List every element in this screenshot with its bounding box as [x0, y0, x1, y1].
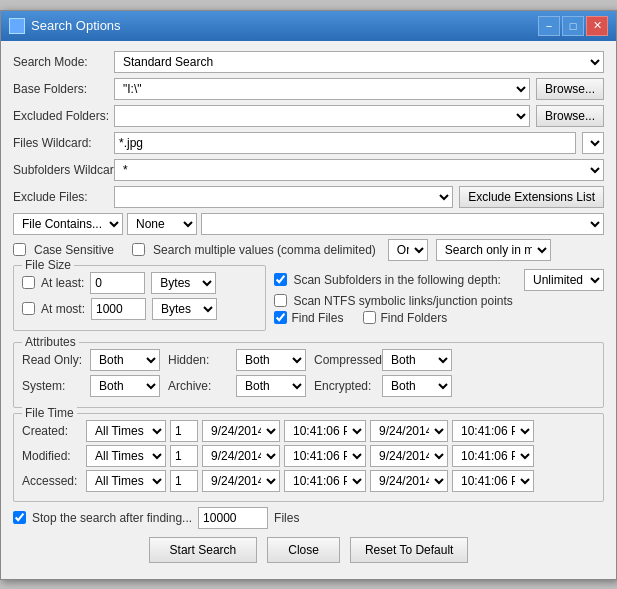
files-wildcard-input[interactable]: *.jpg	[114, 132, 576, 154]
hidden-select[interactable]: Both	[236, 349, 306, 371]
reset-default-button[interactable]: Reset To Default	[350, 537, 469, 563]
exclude-extensions-button[interactable]: Exclude Extensions List	[459, 186, 604, 208]
depth-select[interactable]: Unlimited	[524, 269, 604, 291]
archive-select[interactable]: Both	[236, 375, 306, 397]
modified-time1-select[interactable]: 10:41:06 P	[284, 445, 366, 467]
minimize-button[interactable]: −	[538, 16, 560, 36]
at-least-unit-select[interactable]: Bytes	[151, 272, 216, 294]
find-folders-checkbox[interactable]	[363, 311, 376, 324]
scan-ntfs-row: Scan NTFS symbolic links/junction points	[274, 294, 604, 308]
read-only-select[interactable]: Both	[90, 349, 160, 371]
at-most-input[interactable]: 1000	[91, 298, 146, 320]
modified-time2-select[interactable]: 10:41:06 P	[452, 445, 534, 467]
compressed-label: Compressed:	[314, 353, 374, 367]
base-folders-row: Base Folders: "I:\" Browse...	[13, 78, 604, 100]
find-folders-group: Find Folders	[363, 311, 447, 325]
attrs-row2: System: Both Archive: Both Encrypted: Bo…	[22, 375, 595, 397]
at-most-row: At most: 1000 Bytes	[22, 298, 257, 320]
file-size-section: File Size At least: 0 Bytes At most: 100…	[13, 265, 266, 331]
search-mode-select[interactable]: Standard Search	[114, 51, 604, 73]
created-date2-select[interactable]: 9/24/2014	[370, 420, 448, 442]
case-sensitive-checkbox[interactable]	[13, 243, 26, 256]
titlebar-controls: − □ ✕	[538, 16, 608, 36]
window-title: Search Options	[31, 18, 121, 33]
exclude-files-select[interactable]	[114, 186, 453, 208]
at-most-label: At most:	[41, 302, 85, 316]
at-least-row: At least: 0 Bytes	[22, 272, 257, 294]
main-window: Search Options − □ ✕ Search Mode: Standa…	[0, 10, 617, 580]
attributes-label: Attributes	[22, 335, 79, 349]
files-wildcard-dropdown[interactable]	[582, 132, 604, 154]
start-search-button[interactable]: Start Search	[149, 537, 258, 563]
at-least-checkbox[interactable]	[22, 276, 35, 289]
created-time1-select[interactable]: 10:41:06 P	[284, 420, 366, 442]
compressed-select[interactable]: Both	[382, 349, 452, 371]
created-label: Created:	[22, 424, 82, 438]
close-button[interactable]: ✕	[586, 16, 608, 36]
find-row: Find Files Find Folders	[274, 311, 604, 325]
at-most-unit-select[interactable]: Bytes	[152, 298, 217, 320]
stop-search-label: Stop the search after finding...	[32, 511, 192, 525]
file-time-section: File Time Created: All Times 1 9/24/2014…	[13, 413, 604, 502]
accessed-label: Accessed:	[22, 474, 82, 488]
base-folders-select[interactable]: "I:\"	[114, 78, 530, 100]
maximize-button[interactable]: □	[562, 16, 584, 36]
subfolders-wildcard-row: Subfolders Wildcard: *	[13, 159, 604, 181]
modified-time-select[interactable]: All Times	[86, 445, 166, 467]
search-only-select[interactable]: Search only in major stre.	[436, 239, 551, 261]
attributes-section: Attributes Read Only: Both Hidden: Both …	[13, 342, 604, 408]
files-wildcard-row: Files Wildcard: *.jpg	[13, 132, 604, 154]
created-num[interactable]: 1	[170, 420, 198, 442]
file-contains-value-select[interactable]	[201, 213, 604, 235]
at-least-input[interactable]: 0	[90, 272, 145, 294]
at-most-checkbox[interactable]	[22, 302, 35, 315]
scan-subfolders-checkbox[interactable]	[274, 273, 287, 286]
base-folders-browse-button[interactable]: Browse...	[536, 78, 604, 100]
find-files-checkbox[interactable]	[274, 311, 287, 324]
modified-num[interactable]: 1	[170, 445, 198, 467]
stop-row: Stop the search after finding... 10000 F…	[13, 507, 604, 529]
excluded-folders-label: Excluded Folders:	[13, 109, 108, 123]
hidden-label: Hidden:	[168, 353, 228, 367]
accessed-time2-select[interactable]: 10:41:06 P	[452, 470, 534, 492]
created-date1-select[interactable]: 9/24/2014	[202, 420, 280, 442]
search-mode-row: Search Mode: Standard Search	[13, 51, 604, 73]
read-only-label: Read Only:	[22, 353, 82, 367]
created-time2-select[interactable]: 10:41:06 P	[452, 420, 534, 442]
modified-date1-select[interactable]: 9/24/2014	[202, 445, 280, 467]
find-files-label: Find Files	[291, 311, 343, 325]
subfolders-wildcard-select[interactable]: *	[114, 159, 604, 181]
system-select[interactable]: Both	[90, 375, 160, 397]
titlebar-left: Search Options	[9, 18, 121, 34]
scan-subfolders-label: Scan Subfolders in the following depth:	[293, 273, 518, 287]
app-icon	[9, 18, 25, 34]
created-time-select[interactable]: All Times	[86, 420, 166, 442]
files-wildcard-label: Files Wildcard:	[13, 136, 108, 150]
modified-date2-select[interactable]: 9/24/2014	[370, 445, 448, 467]
encrypted-select[interactable]: Both	[382, 375, 452, 397]
stop-search-checkbox[interactable]	[13, 511, 26, 524]
accessed-num[interactable]: 1	[170, 470, 198, 492]
accessed-time-select[interactable]: All Times	[86, 470, 166, 492]
search-multiple-label: Search multiple values (comma delimited)	[153, 243, 376, 257]
bottom-buttons: Start Search Close Reset To Default	[13, 537, 604, 569]
excluded-folders-browse-button[interactable]: Browse...	[536, 105, 604, 127]
system-label: System:	[22, 379, 82, 393]
scan-ntfs-checkbox[interactable]	[274, 294, 287, 307]
content-area: Search Mode: Standard Search Base Folder…	[1, 41, 616, 579]
file-contains-none-select[interactable]: None	[127, 213, 197, 235]
or-select[interactable]: Or	[388, 239, 428, 261]
search-multiple-checkbox[interactable]	[132, 243, 145, 256]
modified-label: Modified:	[22, 449, 82, 463]
accessed-date1-select[interactable]: 9/24/2014	[202, 470, 280, 492]
stop-count-input[interactable]: 10000	[198, 507, 268, 529]
accessed-time1-select[interactable]: 10:41:06 P	[284, 470, 366, 492]
at-least-label: At least:	[41, 276, 84, 290]
subfolders-wildcard-label: Subfolders Wildcard:	[13, 163, 108, 177]
file-contains-row: File Contains... None	[13, 213, 604, 235]
accessed-date2-select[interactable]: 9/24/2014	[370, 470, 448, 492]
file-contains-type-select[interactable]: File Contains...	[13, 213, 123, 235]
scan-ntfs-label: Scan NTFS symbolic links/junction points	[293, 294, 512, 308]
excluded-folders-select[interactable]	[114, 105, 530, 127]
close-dialog-button[interactable]: Close	[267, 537, 340, 563]
